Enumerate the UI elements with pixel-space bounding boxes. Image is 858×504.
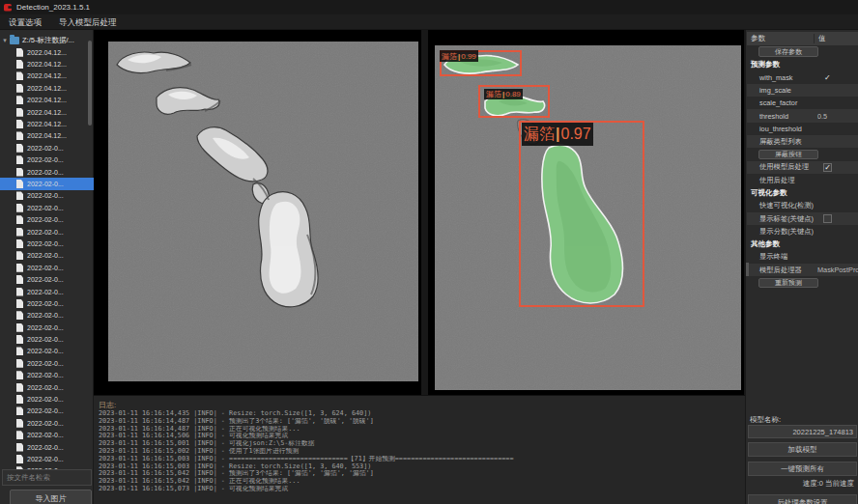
tree-file-item[interactable]: 2022-02-0... <box>0 297 94 309</box>
predict-all-button[interactable]: 一键预测所有 <box>748 462 857 476</box>
file-icon <box>16 71 23 80</box>
menu-import-model-postprocess[interactable]: 导入模型后处理 <box>50 14 126 30</box>
tree-file-item[interactable]: 2022-02-0... <box>0 202 94 213</box>
tree-file-label: 2022-02-0... <box>27 181 64 187</box>
tree-file-label: 2022-02-0... <box>27 289 64 295</box>
file-icon <box>16 383 23 392</box>
tree-file-item[interactable]: 2022-02-0... <box>0 226 94 238</box>
log-line: 2023-01-11 16:16:15,042 |INFO| - 正在可视化预测… <box>99 478 736 486</box>
tree-file-item[interactable]: 2022.04.12... <box>0 106 94 118</box>
tree-file-item[interactable]: 2022-02-0... <box>0 238 94 249</box>
window-title: Detection_2023.1.5.1 <box>16 3 90 12</box>
tree-file-item[interactable]: 2022-02-0... <box>0 370 94 381</box>
tree-file-item[interactable]: 2022-02-0... <box>0 453 94 464</box>
tree-root-label: Z:/5-标注数据/... <box>22 36 74 45</box>
tree-file-label: 2022-02-0... <box>27 360 64 367</box>
tree-root[interactable]: ▾ Z:/5-标注数据/... <box>0 34 94 46</box>
file-icon <box>16 168 23 177</box>
tree-file-label: 2022-02-0... <box>27 145 64 152</box>
file-icon <box>16 275 23 284</box>
tree-file-item[interactable]: 2022-02-0... <box>0 250 94 262</box>
tree-file-item[interactable]: 2022-02-0... <box>0 381 94 393</box>
tree-file-item[interactable]: 2022-02-0... <box>0 262 94 273</box>
file-icon <box>16 299 23 308</box>
file-icon <box>16 251 23 260</box>
tree-file-item[interactable]: 2022-02-0... <box>0 273 94 285</box>
params-panel: 参数 值 保存参数预测参数with_mask✓img_scalescale_fa… <box>745 30 858 504</box>
tree-file-item[interactable]: 2022-02-0... <box>0 346 94 357</box>
tree-file-item[interactable]: 2022.04.12... <box>0 82 94 94</box>
app-logo-icon <box>4 4 12 12</box>
tree-file-label: 2022-02-0... <box>27 276 64 283</box>
tree-file-label: 2022-02-0... <box>27 252 64 259</box>
tree-file-item[interactable]: 2022-02-0... <box>0 310 94 322</box>
tree-file-label: 2022-02-0... <box>27 216 64 223</box>
tree-file-item[interactable]: 2022.04.12... <box>0 95 94 106</box>
tree-file-label: 2022.04.12... <box>27 85 67 92</box>
tree-file-item[interactable]: 2022.04.12... <box>0 130 94 142</box>
tree-file-item[interactable]: 2022.04.12... <box>0 70 94 82</box>
file-icon <box>16 455 23 463</box>
file-icon <box>16 443 23 452</box>
tree-file-label: 2022.04.12... <box>27 121 67 127</box>
original-image-panel[interactable] <box>94 30 421 395</box>
postprocess-settings-button[interactable]: 后处理参数设置 <box>748 494 857 504</box>
tree-file-item[interactable]: 2022.04.12... <box>0 46 94 58</box>
log-line: 2023-01-11 16:16:15,003 |INFO| - =======… <box>99 456 736 463</box>
tree-file-item[interactable]: 2022-02-0... <box>0 178 94 189</box>
tree-file-item[interactable]: 2022-02-0... <box>0 333 94 345</box>
tree-file-item[interactable]: 2022-02-0... <box>0 322 94 333</box>
detection-label-2: 漏箔|0.89 <box>484 89 523 99</box>
filename-search-input[interactable]: 按文件名检索 <box>2 469 92 486</box>
log-line: 2023-01-11 16:16:14,435 |INFO| - Resize:… <box>99 410 736 418</box>
tree-file-item[interactable]: 2022.04.12... <box>0 58 94 70</box>
tree-file-item[interactable]: 2022-02-0... <box>0 441 94 453</box>
model-name-label: 模型名称: <box>750 415 781 425</box>
import-images-button[interactable]: 导入图片 <box>10 490 92 504</box>
tree-file-item[interactable]: 2022-02-0... <box>0 213 94 225</box>
file-icon <box>16 155 23 164</box>
file-icon <box>16 395 23 404</box>
model-name-field[interactable]: 20221225_174813 <box>748 425 857 438</box>
tree-file-item[interactable]: 2022-02-0... <box>0 166 94 178</box>
tree-file-item[interactable]: 2022.04.12... <box>0 118 94 129</box>
log-area: 日志: 2023-01-11 16:16:14,435 |INFO| - Res… <box>94 395 745 504</box>
log-line: 2023-01-11 16:16:15,003 |INFO| - Resize:… <box>99 463 736 471</box>
file-sidebar: ▾ Z:/5-标注数据/... 2022.04.12...2022.04.12.… <box>0 30 94 504</box>
tree-file-item[interactable]: 2022-02-0... <box>0 430 94 441</box>
model-block: 模型名称: 20221225_174813 加载模型 一键预测所有 速度:0 当… <box>746 30 858 504</box>
folder-icon <box>10 37 19 44</box>
file-icon <box>16 228 23 237</box>
tree-file-item[interactable]: 2022-02-0... <box>0 154 94 166</box>
tree-file-item[interactable]: 2022-02-0... <box>0 406 94 417</box>
tree-file-label: 2022-02-0... <box>27 336 64 343</box>
detection-label-3: 漏箔|0.97 <box>522 123 593 146</box>
tree-file-label: 2022-02-0... <box>27 229 64 236</box>
file-icon <box>16 359 23 368</box>
file-icon <box>16 131 23 140</box>
original-image <box>108 42 418 381</box>
tree-file-label: 2022-02-0... <box>27 456 64 462</box>
file-icon <box>16 371 23 379</box>
tree-scrollbar[interactable] <box>88 41 92 126</box>
detection-2-separator: | <box>502 90 504 98</box>
chevron-down-icon[interactable]: ▾ <box>0 37 10 44</box>
tree-file-label: 2022-02-0... <box>27 396 64 403</box>
tree-file-item[interactable]: 2022-02-0... <box>0 357 94 369</box>
tree-file-item[interactable]: 2022-02-0... <box>0 417 94 429</box>
detection-3-score: 0.97 <box>560 126 590 143</box>
file-icon <box>16 204 23 212</box>
menu-settings[interactable]: 设置选项 <box>0 14 50 30</box>
load-model-button[interactable]: 加载模型 <box>748 442 857 457</box>
tree-file-item[interactable]: 2022-02-0... <box>0 190 94 202</box>
detection-3-class: 漏箔 <box>524 125 555 145</box>
log-line: 2023-01-11 16:16:15,073 |INFO| - 可视化预测结果… <box>99 486 736 493</box>
file-icon <box>16 323 23 332</box>
log-title: 日志: <box>99 400 116 410</box>
tree-file-label: 2022-02-0... <box>27 407 64 414</box>
tree-file-label: 2022-02-0... <box>27 432 64 438</box>
file-icon <box>16 406 23 415</box>
tree-file-item[interactable]: 2022-02-0... <box>0 393 94 405</box>
tree-file-item[interactable]: 2022-02-0... <box>0 286 94 297</box>
tree-file-item[interactable]: 2022-02-0... <box>0 142 94 154</box>
